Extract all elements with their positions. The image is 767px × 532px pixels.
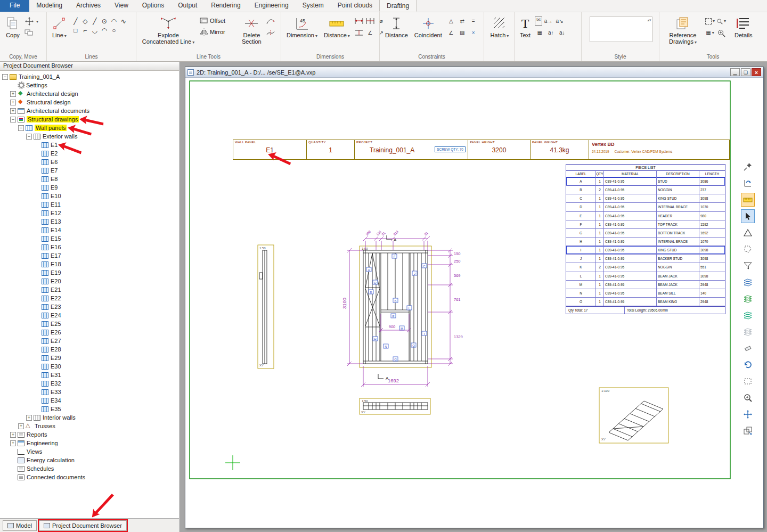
menu-tab-modeling[interactable]: Modeling [29, 0, 69, 12]
tree-expander[interactable]: + [26, 415, 32, 421]
reference-area-tool[interactable]: ▾ [705, 17, 715, 26]
text-along-line-tool[interactable]: a→ [544, 17, 553, 26]
tree-item-e19[interactable]: E19 [0, 268, 179, 277]
equal-constraint[interactable]: = [469, 17, 478, 26]
distance-button[interactable]: Distance▾ [322, 14, 352, 40]
copy-button[interactable]: Copy [3, 14, 22, 39]
sketch-line-tool[interactable]: ╱ [90, 17, 100, 26]
perpendicular-constraint[interactable]: △ [446, 17, 456, 26]
dim-angle-tool[interactable]: ∠ [365, 28, 375, 37]
tree-item-architectural-design[interactable]: +Architectural design [0, 89, 179, 98]
piece-list-row-b[interactable]: B2C89-41-0.95NOGGIN237 [566, 186, 725, 194]
constraint-distance-button[interactable]: Distance [383, 14, 410, 39]
tree-item-e10[interactable]: E10 [0, 192, 179, 200]
tree-item-e34[interactable]: E34 [0, 396, 179, 405]
circle-center-tool[interactable]: ⊙ [100, 17, 109, 26]
zoom-reference-tool[interactable]: ▾ [716, 17, 726, 26]
tree-item-e28[interactable]: E28 [0, 345, 179, 354]
tree-item-e33[interactable]: E33 [0, 388, 179, 396]
tree-expander[interactable]: + [10, 440, 16, 446]
tree-expander[interactable]: + [18, 423, 24, 429]
menu-tab-archives[interactable]: Archives [69, 0, 108, 12]
piece-list-row-l[interactable]: L1C89-41-0.95BEAM JACK3098 [566, 272, 725, 281]
tree-expander[interactable]: + [10, 91, 16, 97]
tree-item-e35[interactable]: E35 [0, 405, 179, 413]
tree-expander[interactable]: − [18, 125, 24, 131]
tree-item-schedules[interactable]: Schedules [0, 464, 179, 473]
move-icon[interactable] [741, 407, 755, 421]
style-selector[interactable]: ▴▾ [590, 17, 652, 42]
piece-list-row-o[interactable]: O1C89-41-0.95BEAM KING2948 [566, 298, 725, 306]
tree-item-e6[interactable]: E6 [0, 158, 179, 166]
corner-line-tool[interactable]: ⌐ [80, 26, 90, 35]
tree-item-e31[interactable]: E31 [0, 371, 179, 379]
hatch-button[interactable]: Hatch▾ [488, 14, 511, 40]
tree-item-e9[interactable]: E9 [0, 183, 179, 192]
reference-drawings-button[interactable]: Reference Drawings▾ [663, 14, 703, 46]
menu-tab-options[interactable]: Options [135, 0, 171, 12]
tree-item-e12[interactable]: E12 [0, 209, 179, 217]
piece-list-row-n[interactable]: N1C89-41-0.95BEAM SILL140 [566, 289, 725, 298]
tree-item-training-001-a[interactable]: −Training_001_A [0, 72, 179, 81]
style-spinner[interactable]: ▴▾ [647, 18, 651, 22]
piece-list-row-f[interactable]: F1C89-41-0.95TOP TRACK1592 [566, 220, 725, 229]
table-tool[interactable]: ▦ [535, 28, 544, 37]
tree-item-interior-walls[interactable]: +Interior walls [0, 413, 179, 422]
piece-list-row-a[interactable]: A1C89-41-0.95STUD3086 [566, 177, 725, 186]
tree-item-e26[interactable]: E26 [0, 328, 179, 337]
tree-item-architectural-documents[interactable]: +Architectural documents [0, 107, 179, 115]
tree-item-e22[interactable]: E22 [0, 294, 179, 302]
arc-tool[interactable]: ◠ [109, 17, 119, 26]
tree-item-e2[interactable]: E2 [0, 149, 179, 158]
line-button[interactable]: Line▾ [50, 14, 69, 40]
zoom-in-icon[interactable] [741, 391, 755, 405]
triangle-icon[interactable] [741, 226, 755, 240]
hatch-edit-constraint[interactable]: ▨ [458, 28, 467, 37]
tree-item-engineering[interactable]: +Engineering [0, 439, 179, 447]
tree-item-e24[interactable]: E24 [0, 311, 179, 320]
tree-item-e30[interactable]: E30 [0, 362, 179, 371]
piece-list-row-i[interactable]: I1C89-41-0.95KING STUD3098 [566, 246, 725, 255]
tree-expander[interactable]: + [10, 100, 16, 105]
tree-expander[interactable]: + [10, 432, 16, 438]
dimension-button[interactable]: 45 Dimension▾ [284, 14, 320, 40]
dim-chain-tool[interactable] [365, 17, 375, 26]
menu-tab-file[interactable]: File [0, 0, 29, 12]
tree-item-e27[interactable]: E27 [0, 337, 179, 345]
tree-item-e25[interactable]: E25 [0, 320, 179, 328]
tree-expander[interactable]: − [10, 117, 16, 122]
piece-list-row-k[interactable]: K2C89-41-0.95NOGGIN551 [566, 263, 725, 272]
menu-tab-engineering[interactable]: Engineering [248, 0, 296, 12]
tree-item-e16[interactable]: E16 [0, 243, 179, 251]
details-button[interactable]: Details [732, 14, 755, 39]
delete-section-button[interactable]: Delete Section [240, 14, 264, 45]
layers-green-icon[interactable] [741, 292, 755, 306]
tree-item-e29[interactable]: E29 [0, 354, 179, 362]
piece-list-row-c[interactable]: C1C89-41-0.95KING STUD3098 [566, 194, 725, 203]
flip-icon[interactable] [741, 176, 755, 190]
tab-model[interactable]: Model [3, 520, 37, 531]
polyline-tool[interactable]: ╱ [71, 17, 80, 26]
rectangle-tool[interactable]: □ [71, 26, 80, 35]
text-up-tool[interactable]: a↑ [546, 28, 556, 37]
text-button[interactable]: T Text [518, 14, 533, 39]
tree-item-e17[interactable]: E17 [0, 251, 179, 260]
tree-item-e32[interactable]: E32 [0, 379, 179, 388]
ruler-icon[interactable] [741, 193, 755, 207]
tree-expander[interactable]: − [2, 74, 8, 80]
zoom-detail-tool[interactable] [716, 28, 726, 37]
export-icon[interactable] [741, 424, 755, 438]
delete-constraint[interactable]: × [469, 28, 478, 37]
piece-list-row-h[interactable]: H1C89-41-0.95INTERNAL BRACE1070 [566, 238, 725, 246]
tree-item-e18[interactable]: E18 [0, 260, 179, 268]
grid-select-tool[interactable]: ▦▾ [705, 28, 715, 37]
dim-vertical-tool[interactable] [354, 28, 364, 37]
text-angle-tool[interactable]: a↘ [555, 17, 565, 26]
tree-item-trusses[interactable]: +Trusses [0, 422, 179, 430]
tree-item-structural-design[interactable]: +Structural design [0, 98, 179, 107]
coincident-button[interactable]: Coincident [412, 14, 444, 39]
eraser-icon[interactable] [741, 341, 755, 355]
move-button[interactable]: ▾ [25, 17, 38, 26]
spline-tool[interactable]: ∿ [119, 17, 128, 26]
mirror-button[interactable]: Mirror [199, 28, 238, 36]
